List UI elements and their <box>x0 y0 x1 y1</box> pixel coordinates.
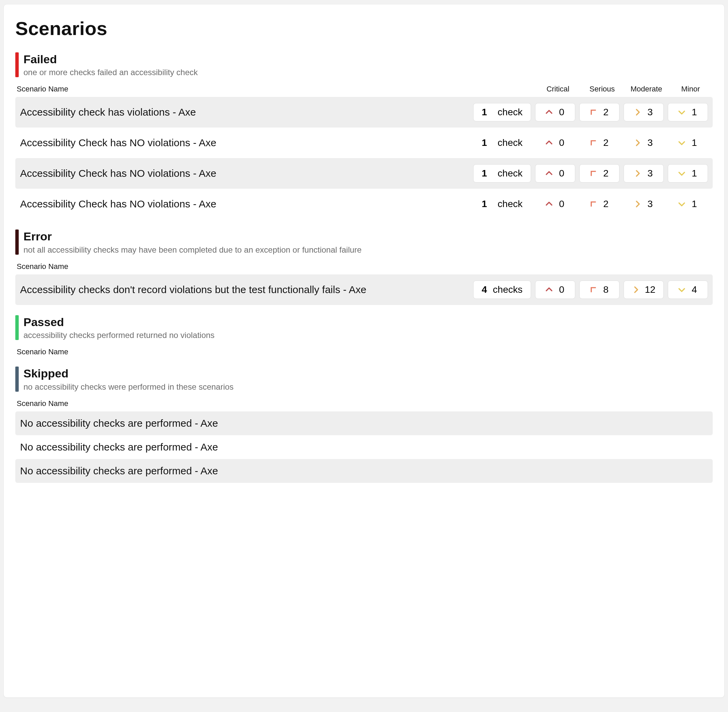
moderate-pill[interactable]: 12 <box>624 280 664 299</box>
moderate-count: 3 <box>646 137 654 148</box>
serious-count: 2 <box>602 199 610 209</box>
critical-icon <box>545 286 553 294</box>
column-headers: Scenario Name <box>15 399 713 408</box>
moderate-icon <box>633 200 642 208</box>
checks-label: check <box>498 137 523 148</box>
checks-count: 1 <box>482 168 487 179</box>
moderate-count: 12 <box>645 284 655 295</box>
minor-icon <box>677 200 686 208</box>
section-subtitle: not all accessibility checks may have be… <box>24 245 362 255</box>
serious-pill[interactable]: 2 <box>579 134 620 152</box>
scenarios-panel: Scenarios Failedone or more checks faile… <box>3 4 725 698</box>
severity-column-headers: CriticalSeriousModerateMinor <box>538 85 711 93</box>
moderate-pill[interactable]: 3 <box>624 103 664 122</box>
critical-pill[interactable]: 0 <box>535 164 575 182</box>
moderate-icon <box>632 286 640 294</box>
critical-pill[interactable]: 0 <box>535 195 575 213</box>
scenario-row[interactable]: No accessibility checks are performed - … <box>15 459 713 483</box>
moderate-pill[interactable]: 3 <box>624 195 664 213</box>
serious-pill[interactable]: 2 <box>579 103 620 122</box>
critical-pill[interactable]: 0 <box>535 103 575 122</box>
page-title: Scenarios <box>15 17 713 39</box>
scenario-row[interactable]: Accessibility Check has NO violations - … <box>15 158 713 189</box>
checks-label: checks <box>493 284 523 295</box>
serious-icon <box>589 200 597 208</box>
section-accent <box>15 315 19 340</box>
minor-count: 1 <box>691 168 698 179</box>
moderate-count: 3 <box>646 199 654 209</box>
checks-count: 1 <box>482 137 487 148</box>
serious-count: 8 <box>602 284 610 295</box>
minor-pill[interactable]: 1 <box>668 103 708 122</box>
column-headers: Scenario NameCriticalSeriousModerateMino… <box>15 85 713 93</box>
column-header-scenario: Scenario Name <box>17 347 711 356</box>
scenario-row[interactable]: Accessibility check has violations - Axe… <box>15 97 713 128</box>
minor-pill[interactable]: 1 <box>668 134 708 152</box>
scenario-row[interactable]: Accessibility checks don't record violat… <box>15 274 713 305</box>
serious-pill[interactable]: 8 <box>579 280 620 299</box>
column-header-minor: Minor <box>670 85 711 93</box>
section-accent <box>15 230 19 254</box>
checks-pill[interactable]: 4checks <box>473 280 531 299</box>
section-title: Error <box>24 230 362 243</box>
scenario-row[interactable]: No accessibility checks are performed - … <box>15 435 713 459</box>
checks-count: 1 <box>482 199 487 209</box>
checks-count: 4 <box>482 284 487 295</box>
scenario-name: No accessibility checks are performed - … <box>20 418 708 429</box>
checks-label: check <box>498 168 523 179</box>
moderate-icon <box>633 108 642 116</box>
section-header: Errornot all accessibility checks may ha… <box>15 230 713 254</box>
moderate-icon <box>633 139 642 147</box>
column-header-scenario: Scenario Name <box>17 85 474 93</box>
scenario-row[interactable]: Accessibility Check has NO violations - … <box>15 128 713 158</box>
checks-count: 1 <box>482 107 487 118</box>
critical-pill[interactable]: 0 <box>535 134 575 152</box>
section-passed: Passedaccessibility checks performed ret… <box>15 315 713 356</box>
column-headers: Scenario Name <box>15 347 713 356</box>
serious-pill[interactable]: 2 <box>579 164 620 182</box>
checks-pill[interactable]: 1check <box>473 195 531 213</box>
section-failed: Failedone or more checks failed an acces… <box>15 52 713 219</box>
minor-pill[interactable]: 1 <box>668 195 708 213</box>
serious-icon <box>589 286 597 294</box>
critical-count: 0 <box>558 107 565 118</box>
minor-pill[interactable]: 4 <box>668 280 708 299</box>
section-title: Failed <box>24 53 198 65</box>
minor-icon <box>677 108 686 116</box>
serious-icon <box>589 169 597 178</box>
scenario-name: No accessibility checks are performed - … <box>20 441 708 453</box>
minor-icon <box>677 169 686 178</box>
checks-pill[interactable]: 1check <box>473 134 531 152</box>
critical-icon <box>545 169 553 178</box>
section-subtitle: accessibility checks performed returned … <box>24 331 215 340</box>
scenario-row[interactable]: No accessibility checks are performed - … <box>15 411 713 435</box>
serious-pill[interactable]: 2 <box>579 195 620 213</box>
minor-count: 4 <box>691 284 698 295</box>
section-header: Passedaccessibility checks performed ret… <box>15 315 713 340</box>
checks-pill[interactable]: 1check <box>473 103 531 122</box>
critical-icon <box>545 200 553 208</box>
scenario-row[interactable]: Accessibility Check has NO violations - … <box>15 189 713 219</box>
checks-pill[interactable]: 1check <box>473 164 531 182</box>
section-error: Errornot all accessibility checks may ha… <box>15 230 713 305</box>
scenario-name: Accessibility Check has NO violations - … <box>20 198 469 210</box>
critical-count: 0 <box>558 199 565 209</box>
severity-pills: 0 8 12 4 <box>535 280 708 299</box>
minor-count: 1 <box>691 137 698 148</box>
moderate-pill[interactable]: 3 <box>624 164 664 182</box>
severity-pills: 0 2 3 1 <box>535 164 708 182</box>
moderate-pill[interactable]: 3 <box>624 134 664 152</box>
minor-pill[interactable]: 1 <box>668 164 708 182</box>
serious-icon <box>589 108 597 116</box>
minor-icon <box>677 286 686 294</box>
severity-pills: 0 2 3 1 <box>535 195 708 213</box>
critical-pill[interactable]: 0 <box>535 280 575 299</box>
column-header-scenario: Scenario Name <box>17 262 711 271</box>
serious-count: 2 <box>602 107 610 118</box>
section-title: Passed <box>24 316 215 328</box>
column-header-critical: Critical <box>538 85 578 93</box>
section-subtitle: no accessibility checks were performed i… <box>24 382 234 392</box>
section-subtitle: one or more checks failed an accessibili… <box>24 68 198 77</box>
scenario-rows: No accessibility checks are performed - … <box>15 411 713 483</box>
scenario-name: Accessibility check has violations - Axe <box>20 107 469 118</box>
